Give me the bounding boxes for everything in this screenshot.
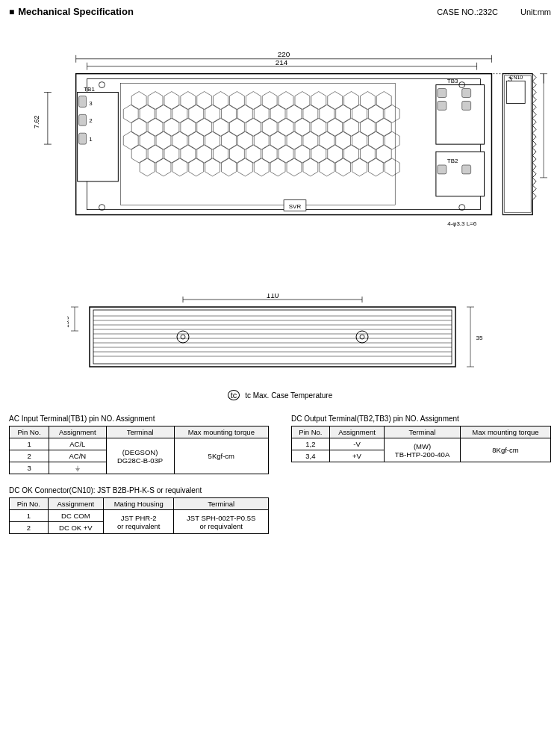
cn10-col-terminal: Terminal (174, 498, 269, 510)
svg-text:2: 2 (89, 117, 93, 124)
svg-rect-112 (79, 96, 87, 107)
svg-rect-126 (438, 101, 447, 110)
bottom-view-drawing: 110 15.5 35 (67, 294, 515, 383)
svg-text:220: 220 (278, 50, 290, 58)
dc-col-terminal: Terminal (385, 426, 461, 438)
svg-text:TB2: TB2 (447, 158, 458, 164)
svg-rect-11 (87, 79, 481, 210)
svg-text:SVR: SVR (289, 203, 302, 210)
ac-col-terminal: Terminal (106, 426, 174, 438)
ac-input-table-group: AC Input Terminal(TB1) pin NO. Assignmen… (9, 415, 269, 534)
header-info: CASE NO.:232C Unit:mm (437, 7, 551, 16)
top-view-drawing: 220 214 3 (31, 47, 551, 271)
tc-text: tc Max. Case Temperature (245, 391, 332, 400)
svg-text:TB3: TB3 (447, 78, 458, 84)
table-row: 1 AC/L (DEGSON)DG28C-B-03P 5Kgf-cm (10, 438, 269, 450)
bottom-view-container: 110 15.5 35 (9, 271, 551, 383)
dc-output-title: DC Output Terminal(TB2,TB3) pin NO. Assi… (291, 415, 551, 423)
svg-text:15.5: 15.5 (67, 316, 70, 328)
table-row: 1,2 -V (MW)TB-HTP-200-40A 8Kgf-cm (292, 438, 551, 450)
ac-col-torque: Max mounting torque (174, 426, 268, 438)
cn10-table-group: DC OK Connector(CN10): JST B2B-PH-K-S or… (9, 486, 269, 534)
ac-col-assign: Assignment (49, 426, 106, 438)
dc-col-assign: Assignment (329, 426, 384, 438)
unit-label: Unit:mm (520, 7, 551, 16)
page-title: Mechanical Specification (9, 6, 134, 17)
svg-point-154 (99, 82, 105, 88)
svg-text:214: 214 (276, 58, 288, 66)
svg-text:CN10: CN10 (509, 75, 523, 80)
svg-rect-125 (438, 89, 447, 98)
cn10-table: Pin No. Assignment Mating Housing Termin… (9, 497, 269, 534)
dc-output-table-group: DC Output Terminal(TB2,TB3) pin NO. Assi… (291, 415, 551, 534)
svg-point-174 (177, 331, 189, 343)
ac-input-table: Pin No. Assignment Terminal Max mounting… (9, 426, 269, 474)
dc-col-torque: Max mounting torque (460, 426, 550, 438)
svg-rect-128 (462, 101, 471, 110)
tc-label: tc tc Max. Case Temperature (9, 391, 551, 400)
svg-text:1: 1 (89, 136, 93, 143)
svg-rect-137 (506, 81, 525, 104)
case-number: CASE NO.:232C (437, 7, 498, 16)
svg-point-176 (356, 331, 368, 343)
cn10-title: DC OK Connector(CN10): JST B2B-PH-K-S or… (9, 486, 269, 494)
tables-section: AC Input Terminal(TB1) pin NO. Assignmen… (9, 415, 551, 534)
dc-output-table: Pin No. Assignment Terminal Max mounting… (291, 426, 551, 462)
svg-rect-135 (503, 74, 532, 215)
cn10-col-pin: Pin No. (10, 498, 49, 510)
svg-text:35: 35 (476, 335, 483, 341)
ac-col-pin: Pin No. (10, 426, 49, 438)
svg-rect-114 (79, 133, 87, 144)
svg-text:4-φ3.3 L=6: 4-φ3.3 L=6 (447, 220, 476, 227)
svg-rect-163 (93, 310, 452, 364)
ac-input-title: AC Input Terminal(TB1) pin NO. Assignmen… (9, 415, 269, 423)
svg-text:TB1: TB1 (84, 86, 95, 93)
svg-rect-127 (462, 89, 471, 98)
svg-rect-132 (462, 165, 471, 174)
tc-circle: tc (228, 390, 240, 400)
page-header: Mechanical Specification CASE NO.:232C U… (9, 6, 551, 17)
svg-text:110: 110 (267, 294, 279, 300)
svg-rect-136 (504, 76, 531, 213)
svg-rect-12 (120, 84, 395, 205)
svg-text:3: 3 (89, 100, 93, 107)
dc-col-pin: Pin No. (292, 426, 330, 438)
table-row: 1 DC COM JST PHR-2or requivalent JST SPH… (10, 510, 269, 522)
cn10-col-assign: Assignment (48, 498, 103, 510)
svg-rect-131 (438, 165, 447, 174)
cn10-col-housing: Mating Housing (104, 498, 174, 510)
svg-rect-113 (79, 114, 87, 125)
svg-text:7.62: 7.62 (33, 116, 40, 128)
top-view-container: 220 214 3 (9, 25, 551, 271)
